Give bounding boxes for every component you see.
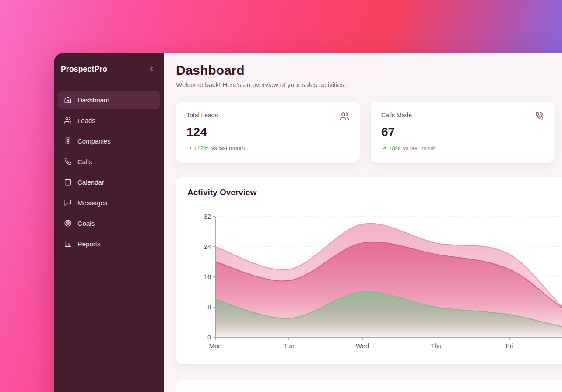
stat-card-calls-made: Calls Made67+8%vs last month [371,102,555,163]
calendar-icon [64,178,72,186]
stat-change-note: vs last month [403,145,436,151]
svg-text:Fri: Fri [506,342,513,350]
page-subtitle: Welcome back! Here's an overview of your… [176,81,562,88]
stat-card-header: Calls Made [381,112,544,121]
sidebar-item-label: Goals [77,220,95,227]
phone-icon [64,158,72,165]
home-icon [64,96,72,104]
stat-card-total-leads: Total Leads124+12%vs last month [176,102,360,163]
stat-change-note: vs last month [211,145,245,151]
sidebar-nav: DashboardLeadsCompaniesCallsCalendarMess… [58,91,160,253]
svg-text:Mon: Mon [209,342,221,350]
sidebar-item-calendar[interactable]: Calendar [58,173,160,191]
stat-label: Total Leads [186,112,218,119]
app-window: ProspectPro DashboardLeadsCompaniesCalls… [54,53,562,392]
sidebar-item-dashboard[interactable]: Dashboard [58,91,160,109]
svg-text:Wed: Wed [356,342,369,350]
svg-text:Thu: Thu [430,342,442,350]
users-icon [340,112,349,121]
svg-text:Tue: Tue [283,342,294,350]
sidebar-item-messages[interactable]: Messages [58,193,160,212]
sidebar-item-label: Dashboard [77,96,109,104]
stat-label: Calls Made [381,112,412,119]
sidebar-item-calls[interactable]: Calls [58,152,160,171]
stat-trend: +8%vs last month [381,145,544,151]
building-icon [64,137,72,145]
chevron-left-icon [148,66,155,73]
sidebar-header: ProspectPro [58,63,160,75]
sidebar-item-label: Messages [77,199,107,206]
svg-text:32: 32 [204,213,211,220]
arrow-up-right-icon [381,145,387,151]
sidebar: ProspectPro DashboardLeadsCompaniesCalls… [54,53,164,392]
page-title: Dashboard [176,63,562,78]
stat-value: 67 [381,125,544,139]
svg-text:8: 8 [207,304,211,311]
chart-title: Activity Overview [187,188,562,197]
partial-card [176,380,562,392]
svg-text:0: 0 [207,334,211,341]
stat-value: 124 [186,125,349,139]
bar-chart-icon [64,240,72,248]
sidebar-collapse-button[interactable] [146,63,157,75]
main-content: Dashboard Welcome back! Here's an overvi… [164,53,562,392]
activity-overview-card: Activity Overview 08162432MonTueWedThuFr… [176,177,562,364]
sidebar-item-goals[interactable]: Goals [58,214,160,232]
sidebar-item-label: Leads [77,117,95,124]
sidebar-item-reports[interactable]: Reports [58,234,160,253]
sidebar-item-leads[interactable]: Leads [58,111,160,130]
stat-change: +12% [194,145,209,151]
sidebar-item-label: Calls [77,158,92,165]
stat-card-header: Total Leads [186,112,349,121]
sidebar-item-label: Companies [77,137,111,145]
svg-text:24: 24 [204,243,211,250]
stat-trend: +12%vs last month [186,145,349,151]
sidebar-item-label: Reports [77,240,101,248]
stats-row: Total Leads124+12%vs last monthCalls Mad… [176,102,562,163]
app-logo-text: ProspectPro [61,65,107,74]
activity-chart: 08162432MonTueWedThuFriSatSun [187,207,562,353]
sidebar-item-companies[interactable]: Companies [58,132,160,150]
message-square-icon [64,199,72,206]
svg-text:16: 16 [204,273,211,280]
phone-call-icon [534,112,544,121]
stat-change: +8% [389,145,400,151]
users-icon [64,116,72,124]
arrow-up-right-icon [186,145,192,151]
sidebar-item-label: Calendar [77,178,104,186]
target-icon [64,219,72,227]
